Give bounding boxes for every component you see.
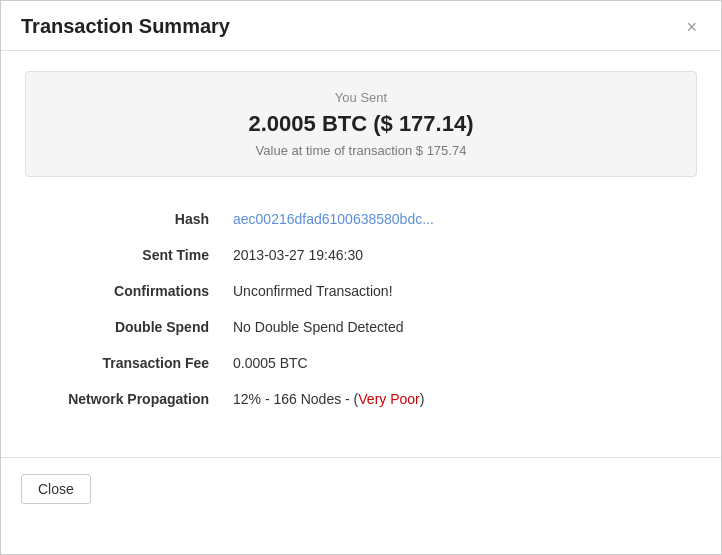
dialog-title: Transaction Summary <box>21 15 230 38</box>
sent-time-value: 2013-03-27 19:46:30 <box>225 237 697 273</box>
hash-value: aec00216dfad6100638580bdc... <box>225 201 697 237</box>
sent-time-label: Sent Time <box>25 237 225 273</box>
table-row: Confirmations Unconfirmed Transaction! <box>25 273 697 309</box>
network-propagation-prefix: 12% - 166 Nodes - ( <box>233 391 358 407</box>
table-row: Sent Time 2013-03-27 19:46:30 <box>25 237 697 273</box>
close-button[interactable]: Close <box>21 474 91 504</box>
summary-value-at-time: Value at time of transaction $ 175.74 <box>46 143 676 158</box>
network-propagation-suffix: ) <box>420 391 425 407</box>
hash-link[interactable]: aec00216dfad6100638580bdc... <box>233 211 434 227</box>
network-propagation-value: 12% - 166 Nodes - (Very Poor) <box>225 381 697 417</box>
dialog-header: Transaction Summary × <box>1 1 721 51</box>
transaction-fee-value: 0.0005 BTC <box>225 345 697 381</box>
double-spend-label: Double Spend <box>25 309 225 345</box>
confirmations-label: Confirmations <box>25 273 225 309</box>
transaction-fee-label: Transaction Fee <box>25 345 225 381</box>
dialog-body: You Sent 2.0005 BTC ($ 177.14) Value at … <box>1 51 721 437</box>
dialog-footer: Close <box>1 457 721 520</box>
transaction-summary-dialog: Transaction Summary × You Sent 2.0005 BT… <box>0 0 722 555</box>
table-row: Transaction Fee 0.0005 BTC <box>25 345 697 381</box>
table-row: Double Spend No Double Spend Detected <box>25 309 697 345</box>
hash-label: Hash <box>25 201 225 237</box>
network-propagation-label: Network Propagation <box>25 381 225 417</box>
table-row: Hash aec00216dfad6100638580bdc... <box>25 201 697 237</box>
close-x-icon[interactable]: × <box>682 18 701 36</box>
table-row: Network Propagation 12% - 166 Nodes - (V… <box>25 381 697 417</box>
confirmations-value: Unconfirmed Transaction! <box>225 273 697 309</box>
network-propagation-highlight: Very Poor <box>358 391 419 407</box>
you-sent-label: You Sent <box>46 90 676 105</box>
summary-box: You Sent 2.0005 BTC ($ 177.14) Value at … <box>25 71 697 177</box>
double-spend-value: No Double Spend Detected <box>225 309 697 345</box>
summary-amount: 2.0005 BTC ($ 177.14) <box>46 111 676 137</box>
details-table: Hash aec00216dfad6100638580bdc... Sent T… <box>25 201 697 417</box>
